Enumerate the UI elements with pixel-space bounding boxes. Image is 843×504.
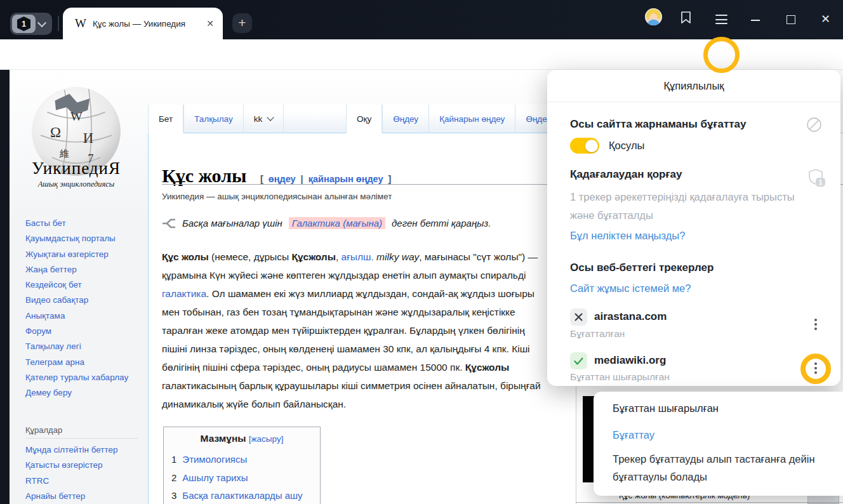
sidebar-link[interactable]: Басты бет [25, 218, 140, 229]
figure-border [576, 386, 576, 504]
toggle-knob [585, 140, 598, 152]
site-not-working-link[interactable]: Сайт жұмыс істемей ме? [570, 282, 691, 295]
ad-block-toggle[interactable] [570, 138, 599, 154]
tab-counter-button[interactable]: 1 [10, 13, 52, 35]
avatar-image [645, 8, 662, 25]
figure-bottom-border [576, 502, 843, 503]
site-tagline: Уикипедия — ашық энциклопедиясынан алынғ… [162, 192, 392, 201]
sidebar-navigation: Басты бетҚауымдастық порталыЖуықтағы өзг… [25, 218, 140, 404]
view-tab[interactable]: Қайнарын өңдеу [428, 105, 515, 133]
article-paragraph: Құс жолы (немесе, дұрысы Құсжолы, ағылш.… [162, 248, 548, 413]
hatnote-link[interactable]: Галактика (мағына) [289, 217, 385, 229]
wikipedia-favicon: W [75, 17, 86, 30]
language-code: kk [254, 114, 263, 124]
privacy-panel-title: Құпиялылық [547, 70, 840, 102]
tab-language[interactable]: kk [243, 105, 284, 133]
sidebar-link[interactable]: Қауымдастық порталы [25, 234, 140, 244]
article-title-text: Құс жолы [162, 165, 246, 186]
chevron-down-icon [37, 18, 46, 27]
ad-block-state-label: Қосулы [609, 140, 644, 152]
tracking-badge-count: 1 [819, 179, 823, 186]
sidebar-link[interactable]: Телеграм арна [25, 357, 140, 368]
hatnote: Басқа мағыналар үшін Галактика (мағына) … [162, 217, 491, 229]
tracker-domain: airastana.com [594, 310, 667, 323]
toc-item: 1 Этимологиясы [171, 451, 312, 469]
tracker-status: Бұғаттан шығарылған [570, 371, 670, 383]
toc-item: 3 Басқа галактикаларды ашу [171, 487, 312, 504]
window-minimize-button[interactable] [751, 20, 760, 21]
sidebar-tool-link[interactable]: Қатысты өзгерістер [25, 460, 140, 470]
why-important-link[interactable]: Бұл неліктен маңызды? [570, 230, 685, 242]
toc-title: Мазмұны [жасыру] [171, 433, 312, 444]
tabs-spacer [283, 105, 352, 133]
trackers-heading: Осы веб-беттегі трекерлер [570, 262, 714, 274]
ad-block-heading: Осы сайтта жарнаманы бұғаттау [570, 118, 747, 131]
toc-item: 2 Ашылу тарихы [171, 469, 312, 487]
sidebar-link[interactable]: Демеу беру [25, 388, 140, 398]
tab-talk[interactable]: Талқылау [183, 105, 243, 133]
svg-text:W: W [70, 109, 83, 123]
tracker-allowed-icon [570, 352, 587, 369]
wikipedia-tagline-logo: Ашық энциклопедиясы [10, 180, 143, 189]
window-maximize-button[interactable] [787, 15, 795, 24]
tracker-blocked-icon [570, 308, 587, 326]
browser-menu-icon[interactable] [715, 15, 727, 27]
tracker-menu-icon[interactable] [814, 319, 817, 321]
toc-list: 1 Этимологиясы 2 Ашылу тарихы 3 Басқа га… [171, 451, 312, 504]
window-edge [0, 70, 10, 504]
toc-link[interactable]: Ашылу тарихы [182, 469, 248, 487]
disambiguation-fork-icon [162, 218, 176, 229]
menu-note: Трекер бұғаттауды алып тастағанға дейін … [613, 450, 822, 486]
sidebar-link[interactable]: Жаңа беттер [25, 265, 140, 275]
view-tab[interactable]: Оқу [346, 105, 382, 133]
view-tab[interactable]: Өңдеу [382, 105, 428, 133]
tab-title: Құс жолы — Уикипедия [93, 19, 200, 29]
sidebar-link[interactable]: Қателер туралы хабарлау [25, 373, 140, 383]
tab-bar: 1 W Құс жолы — Уикипедия ✕ + ✕ [0, 0, 843, 39]
profile-avatar[interactable] [645, 8, 662, 25]
sidebar-link[interactable]: Талқылау легі [25, 342, 140, 352]
hatnote-suffix: деген бетті қараңыз. [392, 218, 491, 229]
browser-window: 1 W Құс жолы — Уикипедия ✕ + ✕ [0, 0, 843, 504]
sidebar-tools-heading: Құралдар [25, 425, 138, 439]
tab-counter-chip: 1 [12, 15, 36, 33]
hatnote-prefix: Басқа мағыналар үшін [182, 218, 282, 229]
sidebar-link[interactable]: Жуықтағы өзгерістер [25, 249, 140, 260]
browser-tab[interactable]: W Құс жолы — Уикипедия ✕ [63, 8, 223, 39]
tracker-status: Бұғатталған [570, 328, 625, 340]
circle-slash-icon[interactable] [806, 117, 822, 135]
tracker-menu-icon[interactable] [814, 362, 817, 365]
svg-text:И: И [83, 130, 93, 146]
article-link[interactable]: ағылш. [342, 251, 374, 262]
tab-page[interactable]: Бет [148, 105, 183, 133]
toc-link[interactable]: Этимологиясы [182, 451, 247, 469]
tracker-domain: mediawiki.org [594, 354, 666, 367]
tracker-dropdown-menu: Бұғаттан шығарылған Бұғаттау Трекер бұға… [594, 392, 843, 496]
sidebar-link[interactable]: Видео сабақтар [25, 295, 140, 305]
sidebar-link[interactable]: Форум [25, 326, 140, 336]
edit-link[interactable]: өңдеу [269, 174, 296, 184]
article-tabs: Бет Талқылау kk [148, 105, 352, 133]
heading-edit-links: [ өңдеу | қайнарын өңдеу ] [260, 174, 391, 184]
privacy-panel: Құпиялылық Осы сайтта жарнаманы бұғаттау… [547, 70, 840, 386]
tracking-summary: 1 трекер әрекеттеріңізді қадағалауға тыр… [570, 188, 819, 224]
toc-link[interactable]: Басқа галактикаларды ашу [182, 487, 302, 504]
bookmarks-panel-icon[interactable] [679, 10, 693, 27]
article-link[interactable]: галактика [162, 288, 206, 299]
toc-hide-link[interactable]: [жасыру] [249, 434, 284, 444]
sidebar-tool-link[interactable]: Арнайы беттер [25, 491, 140, 501]
sidebar-tool-link[interactable]: RTRC [25, 476, 140, 486]
sidebar-tool-link[interactable]: Мұнда сілтейтін беттер [25, 445, 140, 455]
edit-source-link[interactable]: қайнарын өңдеу [309, 174, 383, 184]
sidebar-link[interactable]: Кездейсоқ бет [25, 280, 140, 290]
svg-text:Ω: Ω [50, 124, 61, 140]
tabbar-divider [58, 16, 59, 31]
chevron-down-icon [267, 114, 274, 121]
sidebar-link[interactable]: Анықтама [25, 311, 140, 321]
menu-block-action[interactable]: Бұғаттау [613, 429, 654, 441]
window-close-button[interactable]: ✕ [821, 12, 830, 26]
tab-count-badge: 1 [17, 17, 30, 31]
tab-close-icon[interactable]: ✕ [206, 18, 214, 29]
table-of-contents: Мазмұны [жасыру] 1 Этимологиясы 2 Ашылу … [163, 427, 321, 504]
new-tab-button[interactable]: + [232, 13, 252, 33]
